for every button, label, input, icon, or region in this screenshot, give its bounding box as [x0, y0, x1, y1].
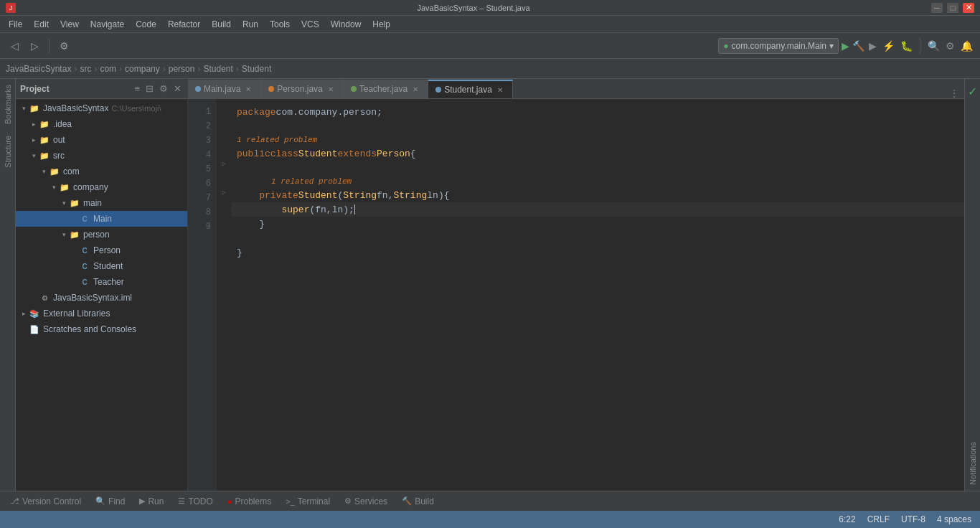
- line-num-6: 6: [188, 176, 217, 191]
- status-indent[interactable]: 4 spaces: [937, 514, 971, 524]
- menu-item-run[interactable]: Run: [237, 18, 264, 31]
- toolbar-settings-button[interactable]: ⚙: [55, 37, 72, 55]
- code-line-5: private Student ( String fn, String ln){: [231, 188, 964, 202]
- breadcrumb-item-5[interactable]: Student: [203, 64, 232, 74]
- tree-item-scratches[interactable]: 📄 Scratches and Consoles: [16, 321, 187, 337]
- menu-item-file[interactable]: File: [3, 18, 28, 31]
- toolbar-forward-button[interactable]: ▷: [26, 37, 43, 55]
- tree-item-main-folder[interactable]: ▾ 📁 main: [16, 195, 187, 211]
- tree-item-root[interactable]: ▾ 📁 JavaBasicSyntax C:\Users\moji\: [16, 100, 187, 116]
- menu-item-code[interactable]: Code: [130, 18, 162, 31]
- tab-main-java[interactable]: Main.java ✕: [188, 80, 261, 98]
- minimize-button[interactable]: ─: [931, 3, 943, 13]
- menu-item-view[interactable]: View: [55, 18, 85, 31]
- breadcrumb-item-0[interactable]: JavaBasicSyntax: [6, 64, 71, 74]
- close-brace-inner: }: [259, 219, 265, 230]
- status-encoding[interactable]: UTF-8: [901, 514, 925, 524]
- window-title: JavaBasicSyntax – Student.java: [16, 4, 931, 12]
- maximize-button[interactable]: □: [947, 3, 958, 13]
- breadcrumb-item-1[interactable]: src: [80, 64, 91, 74]
- tab-close-person[interactable]: ✕: [326, 84, 336, 94]
- code-editor[interactable]: 1 2 3 4 5 6 7 8 9 ▷ ▷: [188, 99, 964, 491]
- tree-item-out[interactable]: ▸ 📁 out: [16, 132, 187, 148]
- menu-item-tools[interactable]: Tools: [264, 18, 296, 31]
- build-button[interactable]: 🔨: [852, 40, 864, 52]
- structure-label[interactable]: Structure: [1, 130, 15, 174]
- editor-area: Main.java ✕ Person.java ✕ Teacher.java ✕…: [188, 79, 964, 491]
- version-control-tab[interactable]: ⎇ Version Control: [6, 494, 85, 509]
- project-toolbar-gear[interactable]: ⚙: [158, 82, 169, 95]
- services-tab[interactable]: ⚙ Services: [340, 494, 392, 509]
- settings-button[interactable]: ⚙: [944, 39, 956, 53]
- breadcrumb-item-4[interactable]: person: [169, 64, 195, 74]
- tree-item-person-folder[interactable]: ▾ 📁 person: [16, 227, 187, 242]
- tree-item-main-class[interactable]: C Main: [16, 211, 187, 227]
- menu-item-window[interactable]: Window: [325, 18, 367, 31]
- project-toolbar-expand[interactable]: ≡: [133, 82, 141, 95]
- breadcrumb-sep-3: ›: [163, 64, 166, 74]
- code-content[interactable]: package com.company.person; 1 related pr…: [231, 99, 964, 491]
- tree-item-src[interactable]: ▾ 📁 src: [16, 148, 187, 164]
- status-bar: 6:22 CRLF UTF-8 4 spaces: [0, 511, 980, 528]
- status-line-ending[interactable]: CRLF: [867, 514, 890, 524]
- tree-item-com[interactable]: ▾ 📁 com: [16, 164, 187, 179]
- todo-tab[interactable]: ☰ TODO: [174, 494, 217, 509]
- notifications-label[interactable]: Notifications: [969, 442, 977, 485]
- run-tab[interactable]: ▶ Run: [135, 494, 168, 509]
- profile-button[interactable]: ⚡: [881, 39, 896, 53]
- run-button[interactable]: ▶: [842, 40, 849, 52]
- menu-item-refactor[interactable]: Refactor: [162, 18, 206, 31]
- kw-extends: extends: [337, 148, 377, 159]
- bookmarks-label[interactable]: Bookmarks: [1, 79, 15, 130]
- close-button[interactable]: ✕: [963, 3, 974, 13]
- tree-item-student-class[interactable]: C Student: [16, 258, 187, 274]
- tree-item-iml[interactable]: ⚙ JavaBasicSyntax.iml: [16, 290, 187, 306]
- search-everywhere-button[interactable]: 🔍: [926, 39, 941, 53]
- version-control-icon: ⎇: [10, 496, 19, 506]
- project-toolbar-close[interactable]: ✕: [172, 82, 183, 95]
- type-String-2: String: [393, 190, 427, 201]
- run-config-label: com.company.main.Main: [732, 41, 827, 51]
- debug-button[interactable]: 🐛: [899, 39, 914, 53]
- close-brace-outer: }: [237, 248, 242, 258]
- breadcrumb-item-2[interactable]: com: [100, 64, 116, 74]
- menu-item-edit[interactable]: Edit: [28, 18, 55, 31]
- app-icon: J: [6, 3, 16, 13]
- coverage-button[interactable]: ▶: [867, 39, 878, 53]
- tree-item-idea[interactable]: ▸ 📁 .idea: [16, 116, 187, 132]
- menu-item-vcs[interactable]: VCS: [296, 18, 325, 31]
- build-tab[interactable]: 🔨 Build: [397, 494, 438, 509]
- tab-teacher-java[interactable]: Teacher.java ✕: [344, 80, 428, 98]
- menu-item-navigate[interactable]: Navigate: [85, 18, 130, 31]
- gutter-5: ▷: [217, 156, 231, 171]
- problem-text-3: 1 related problem: [237, 136, 317, 144]
- notifications-button[interactable]: 🔔: [959, 39, 974, 53]
- tab-dot-main: [195, 86, 201, 92]
- project-toolbar-collapse[interactable]: ⊟: [144, 82, 155, 95]
- terminal-tab[interactable]: >_ Terminal: [281, 494, 334, 509]
- breadcrumb-item-3[interactable]: company: [125, 64, 160, 74]
- problems-label: Problems: [235, 496, 272, 506]
- tree-item-teacher-class[interactable]: C Teacher: [16, 274, 187, 290]
- services-icon: ⚙: [344, 496, 352, 506]
- tree-item-person-class[interactable]: C Person: [16, 242, 187, 258]
- tab-close-student[interactable]: ✕: [495, 85, 505, 95]
- tab-label-main: Main.java: [204, 84, 240, 94]
- tab-close-main[interactable]: ✕: [243, 84, 253, 94]
- status-position[interactable]: 6:22: [839, 514, 855, 524]
- recent-files-button[interactable]: ⋮: [950, 88, 958, 98]
- gutter-6: [217, 171, 231, 185]
- run-config-selector[interactable]: ● com.company.main.Main ▾: [718, 38, 839, 54]
- problems-tab[interactable]: ● Problems: [223, 494, 275, 509]
- tab-person-java[interactable]: Person.java ✕: [261, 80, 343, 98]
- tree-item-external-libraries[interactable]: ▸ 📚 External Libraries: [16, 306, 187, 321]
- tree-item-company[interactable]: ▾ 📁 company: [16, 179, 187, 195]
- breadcrumb-item-6[interactable]: Student: [242, 64, 271, 74]
- tab-student-java[interactable]: Student.java ✕: [428, 80, 513, 98]
- menu-item-build[interactable]: Build: [206, 18, 237, 31]
- tab-close-teacher[interactable]: ✕: [410, 84, 420, 94]
- find-tab[interactable]: 🔍 Find: [91, 494, 129, 509]
- kw-private: private: [259, 190, 298, 201]
- menu-item-help[interactable]: Help: [367, 18, 396, 31]
- toolbar-back-button[interactable]: ◁: [6, 37, 23, 55]
